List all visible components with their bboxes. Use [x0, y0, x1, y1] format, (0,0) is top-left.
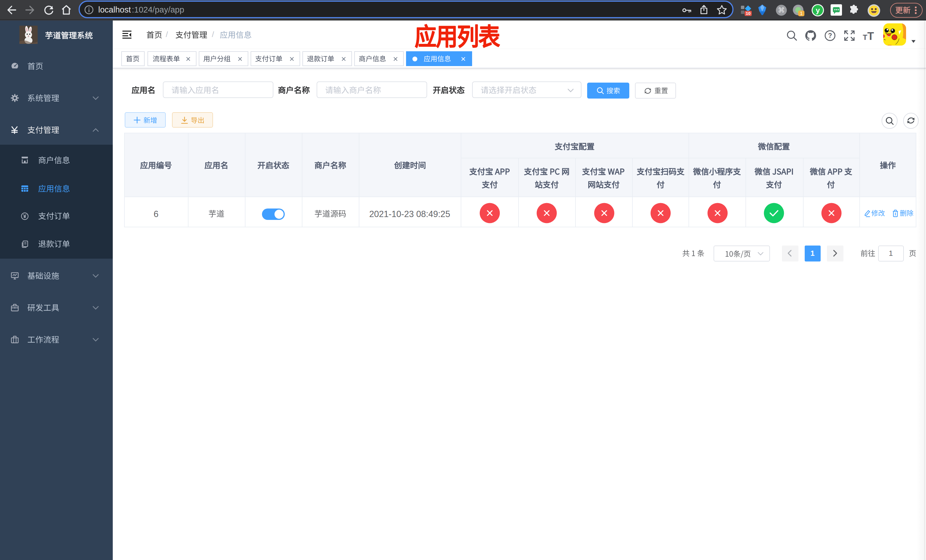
svg-text:T: T [863, 33, 867, 42]
svg-text:y: y [816, 6, 820, 14]
svg-text:⌘: ⌘ [778, 6, 785, 14]
svg-text:1: 1 [800, 11, 802, 16]
svg-text:T: T [867, 30, 874, 42]
svg-text:10: 10 [746, 11, 750, 16]
svg-text:?: ? [828, 32, 832, 39]
